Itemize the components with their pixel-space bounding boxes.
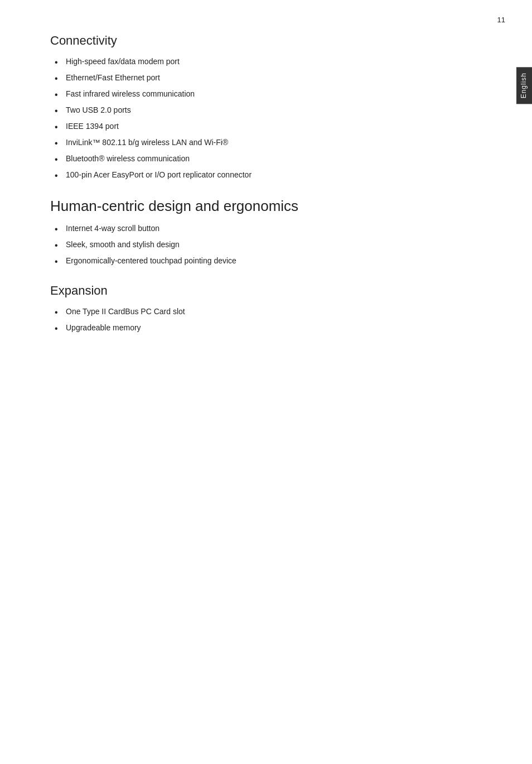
section-human-centric: Human-centric design and ergonomics Inte… xyxy=(50,198,499,267)
list-item: Fast infrared wireless communication xyxy=(50,88,499,100)
list-item: 100-pin Acer EasyPort or I/O port replic… xyxy=(50,169,499,181)
section-title-human-centric: Human-centric design and ergonomics xyxy=(50,198,499,215)
list-item: Ethernet/Fast Ethernet port xyxy=(50,72,499,84)
main-content: Connectivity High-speed fax/data modem p… xyxy=(50,33,499,350)
section-connectivity: Connectivity High-speed fax/data modem p… xyxy=(50,33,499,181)
list-item: Bluetooth® wireless communication xyxy=(50,153,499,165)
list-item: InviLink™ 802.11 b/g wireless LAN and Wi… xyxy=(50,137,499,148)
list-item: Two USB 2.0 ports xyxy=(50,104,499,116)
connectivity-list: High-speed fax/data modem port Ethernet/… xyxy=(50,56,499,181)
list-item: Sleek, smooth and stylish design xyxy=(50,239,499,251)
list-item: IEEE 1394 port xyxy=(50,121,499,132)
human-centric-list: Internet 4-way scroll button Sleek, smoo… xyxy=(50,223,499,267)
list-item: Internet 4-way scroll button xyxy=(50,223,499,234)
list-item: Upgradeable memory xyxy=(50,322,499,334)
page-number: 11 xyxy=(497,16,505,24)
list-item: One Type II CardBus PC Card slot xyxy=(50,306,499,318)
section-expansion: Expansion One Type II CardBus PC Card sl… xyxy=(50,284,499,334)
side-tab-english: English xyxy=(516,67,532,104)
list-item: High-speed fax/data modem port xyxy=(50,56,499,68)
expansion-list: One Type II CardBus PC Card slot Upgrade… xyxy=(50,306,499,334)
list-item: Ergonomically-centered touchpad pointing… xyxy=(50,255,499,267)
section-title-expansion: Expansion xyxy=(50,284,499,298)
section-title-connectivity: Connectivity xyxy=(50,33,499,48)
